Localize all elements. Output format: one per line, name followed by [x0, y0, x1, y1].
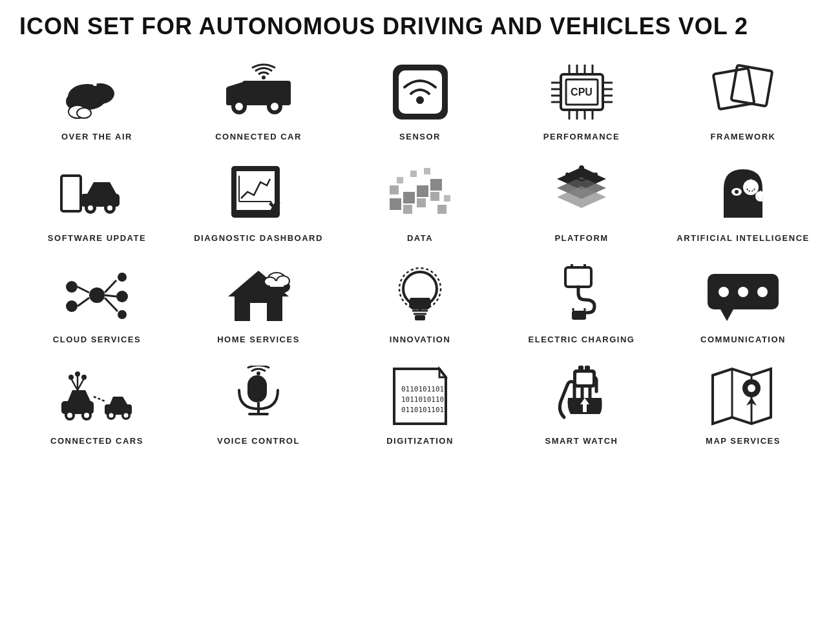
innovation-label: INNOVATION	[390, 335, 451, 344]
framework-label: FRAMEWORK	[711, 132, 776, 141]
svg-rect-57	[417, 185, 428, 197]
icon-cell-communication: COMMUNICATION	[666, 262, 821, 344]
icon-cell-home-services: HOME SERVICES	[181, 262, 336, 344]
svg-rect-152	[578, 366, 583, 371]
over-the-air-icon	[58, 59, 136, 124]
svg-point-138	[109, 413, 114, 417]
icon-cell-innovation: INNOVATION	[342, 262, 498, 344]
svg-point-86	[89, 287, 105, 303]
diagnostic-dashboard-label: DIAGNOSTIC DASHBOARD	[194, 233, 323, 243]
svg-point-123	[757, 287, 768, 297]
svg-point-14	[271, 103, 278, 110]
svg-marker-156	[713, 369, 771, 424]
electric-charging-label: ELECTRIC CHARGING	[529, 335, 635, 344]
platform-icon	[543, 161, 620, 225]
digitization-icon: 0110101101 1011010110 0110101101	[381, 364, 459, 428]
svg-point-90	[116, 291, 128, 302]
svg-rect-102	[268, 287, 281, 295]
voice-control-icon	[220, 364, 297, 428]
svg-rect-63	[397, 177, 403, 183]
svg-point-18	[416, 96, 424, 104]
svg-point-45	[107, 205, 112, 211]
icon-cell-diagnostic-dashboard: DIAGNOSTIC DASHBOARD	[181, 161, 336, 243]
electric-charging-icon	[543, 262, 620, 327]
svg-rect-98	[250, 303, 267, 321]
svg-rect-66	[437, 205, 446, 214]
performance-icon: CPU	[543, 59, 620, 124]
svg-marker-10	[226, 81, 247, 87]
svg-rect-153	[585, 366, 590, 371]
icon-cell-sensor: SENSOR	[342, 59, 498, 141]
svg-point-85	[735, 190, 739, 194]
icon-cell-connected-car: CONNECTED CAR	[181, 59, 336, 141]
svg-marker-6	[90, 63, 100, 73]
voice-control-label: VOICE CONTROL	[217, 436, 300, 446]
svg-rect-61	[430, 192, 439, 201]
icon-cell-framework: FRAMEWORK	[666, 59, 821, 141]
communication-label: COMMUNICATION	[700, 335, 786, 344]
svg-point-121	[719, 287, 729, 297]
svg-rect-155	[583, 404, 587, 412]
svg-point-127	[67, 413, 72, 418]
svg-line-95	[105, 295, 116, 296]
svg-rect-142	[247, 375, 267, 402]
icon-cell-map-services: MAP SERVICES	[666, 364, 821, 446]
artificial-intelligence-label: ARTIFICIAL INTELLIGENCE	[677, 233, 809, 243]
svg-rect-60	[417, 198, 426, 207]
home-services-icon	[220, 262, 297, 327]
svg-rect-55	[390, 198, 401, 210]
icon-cell-data: DATA	[342, 161, 498, 243]
home-services-label: HOME SERVICES	[217, 335, 300, 344]
icon-cell-artificial-intelligence: ARTIFICIAL INTELLIGENCE	[666, 161, 821, 243]
connected-cars-icon	[58, 364, 136, 428]
svg-point-15	[262, 76, 266, 79]
svg-rect-40	[61, 176, 81, 211]
svg-point-43	[88, 205, 93, 211]
svg-text:CPU: CPU	[571, 87, 593, 98]
cloud-services-icon	[58, 262, 136, 327]
artificial-intelligence-icon	[704, 161, 782, 225]
communication-icon	[704, 262, 782, 327]
icon-cell-digitization: 0110101101 1011010110 0110101101 DIGITIZ…	[342, 364, 498, 446]
svg-marker-146	[439, 369, 446, 377]
icon-cell-over-the-air: OVER THE AIR	[19, 59, 174, 141]
svg-point-89	[118, 273, 127, 282]
diagnostic-dashboard-icon	[220, 161, 297, 225]
svg-point-1	[86, 83, 114, 104]
page-title: ICON SET FOR AUTONOMOUS DRIVING AND VEHI…	[19, 13, 821, 40]
icon-cell-software-update: SOFTWARE UPDATE	[19, 161, 174, 243]
svg-point-144	[257, 371, 260, 375]
svg-rect-8	[242, 81, 291, 105]
icon-cell-voice-control: VOICE CONTROL	[181, 364, 336, 446]
svg-point-129	[84, 413, 89, 418]
svg-rect-151	[576, 373, 593, 384]
svg-point-133	[68, 375, 74, 380]
svg-rect-59	[403, 205, 412, 214]
map-services-label: MAP SERVICES	[706, 436, 781, 446]
icon-cell-electric-charging: ELECTRIC CHARGING	[504, 262, 659, 344]
svg-line-94	[105, 280, 116, 293]
svg-line-130	[71, 379, 78, 390]
svg-line-96	[105, 298, 118, 311]
connected-cars-label: CONNECTED CARS	[50, 436, 143, 446]
svg-point-135	[81, 375, 87, 380]
icon-cell-performance: CPU	[504, 59, 659, 141]
map-services-icon	[704, 364, 782, 428]
svg-text:0110101101: 0110101101	[401, 406, 444, 414]
sensor-icon	[381, 59, 459, 124]
svg-rect-17	[399, 70, 442, 114]
svg-line-93	[78, 298, 89, 306]
over-the-air-label: OVER THE AIR	[61, 132, 132, 141]
svg-line-92	[78, 287, 89, 293]
innovation-icon	[381, 262, 459, 327]
svg-rect-114	[565, 267, 591, 287]
svg-point-87	[66, 281, 78, 293]
svg-rect-111	[415, 315, 425, 320]
svg-text:1011010110: 1011010110	[401, 395, 444, 404]
smart-watch-icon	[543, 364, 620, 428]
svg-point-88	[66, 300, 78, 312]
svg-rect-106	[270, 281, 284, 287]
svg-point-140	[124, 413, 129, 417]
svg-point-122	[738, 287, 748, 297]
smart-watch-label: SMART WATCH	[545, 436, 618, 446]
